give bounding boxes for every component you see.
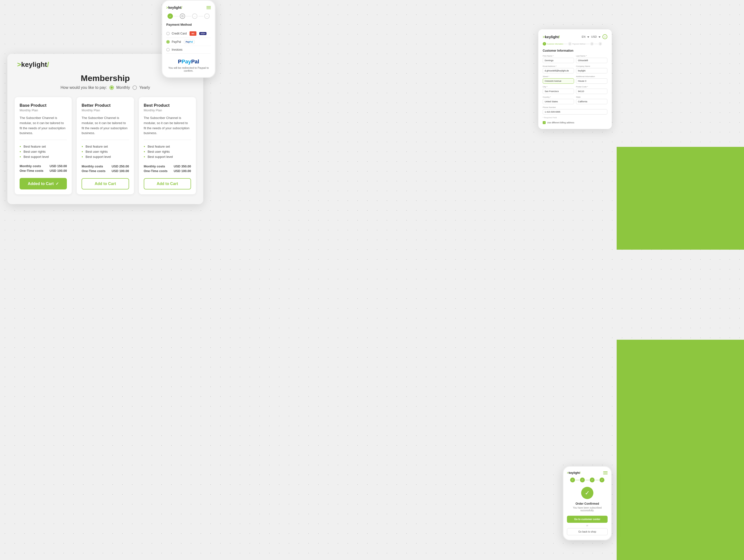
cs-line-2 xyxy=(586,44,590,44)
paypal-p2: Pay xyxy=(182,58,191,65)
first-name-input[interactable] xyxy=(543,58,574,63)
checkout-steps: ✓ Customer Information 2 Payment Method … xyxy=(543,42,607,45)
confirm-logo: >keylight/ xyxy=(567,471,581,475)
hamburger-line-1 xyxy=(207,6,211,7)
hamburger-menu-icon[interactable] xyxy=(207,6,211,9)
state-label: State xyxy=(576,96,607,98)
onetime-cost-value-better: USD 100.00 xyxy=(112,169,129,173)
phone-input[interactable] xyxy=(543,109,607,115)
city-input[interactable] xyxy=(543,89,574,94)
payment-method-title: Payment Method xyxy=(166,23,211,27)
last-name-label: Last Name * xyxy=(576,55,607,57)
confirm-steps: ✓ ✓ ✓ ✓ xyxy=(567,478,607,482)
plan-card-base: Base Product Monthly Plan The Subscriber… xyxy=(15,97,72,194)
plan-name-base: Base Product xyxy=(20,103,67,108)
plan-features-base: Best feature set Best user rights Best s… xyxy=(20,144,67,159)
checkout-lang[interactable]: EN xyxy=(582,35,589,38)
plan-name-better: Better Product xyxy=(81,103,129,108)
monthly-cost-row-better: Monthly costs USD 250.00 xyxy=(81,164,129,168)
logo-slash: / xyxy=(47,61,49,68)
credit-card-label: Credit Card xyxy=(172,32,187,35)
add-to-cart-button-better[interactable]: Add to Cart xyxy=(81,178,129,190)
credit-card-option[interactable]: Credit Card MC VISA xyxy=(166,29,211,38)
plan-type-better: Monthly Plan xyxy=(81,109,129,112)
monthly-radio[interactable] xyxy=(109,85,114,90)
hamburger-line-2 xyxy=(207,7,211,8)
add-to-cart-label-best: Add to Cart xyxy=(157,182,178,186)
cs-line-1 xyxy=(564,44,568,44)
confirm-title: Order Confirmed xyxy=(567,502,607,506)
phone-logo-arrow: > xyxy=(166,6,168,9)
green-accent-bottom xyxy=(617,340,744,560)
checkout-currency[interactable]: USD xyxy=(591,35,600,38)
feature-better-2: Best user rights xyxy=(81,149,129,154)
plan-card-best: Best Product Monthly Plan The Subscriber… xyxy=(139,97,196,194)
go-back-to-shop-button[interactable]: Go back to shop xyxy=(567,528,607,535)
onetime-cost-row-best: One-Time costs USD 100.00 xyxy=(144,169,191,173)
checkout-currency-chevron xyxy=(599,36,600,38)
confirm-icon-wrap: ✓ xyxy=(567,487,607,499)
phone-row: Phone Number xyxy=(543,106,607,115)
first-name-field: First Name * xyxy=(543,55,574,63)
paypal-option[interactable]: PayPal PayPal xyxy=(166,38,211,46)
invoices-radio[interactable] xyxy=(166,48,170,51)
checkout-logo-arrow: > xyxy=(543,35,545,39)
phone-payment-header: >keylight/ xyxy=(166,6,211,9)
country-label: Country * xyxy=(543,96,574,98)
city-field: City * xyxy=(543,86,574,94)
invoices-option[interactable]: Invoices xyxy=(166,46,211,53)
cs-step-1-label: Customer Information xyxy=(547,43,563,45)
main-logo: >keylight/ xyxy=(17,61,49,69)
company-input[interactable] xyxy=(576,68,607,73)
paypal-redirect-section: PPayPal You will be redirected to Paypal… xyxy=(166,58,211,72)
step-2-icon xyxy=(181,15,184,17)
plan-card-better: Better Product Monthly Plan The Subscrib… xyxy=(77,97,134,194)
billing-checkbox-row: ✓ Use different billing address xyxy=(543,121,607,124)
paypal-radio[interactable] xyxy=(166,40,170,44)
confirm-step-line-3 xyxy=(595,480,599,480)
checkout-lang-chevron xyxy=(587,36,589,38)
billing-checkbox[interactable]: ✓ xyxy=(543,121,546,124)
onetime-cost-label-base: One-Time costs xyxy=(20,169,43,172)
paypal-p1: P xyxy=(178,58,182,65)
required-note: * Required Field xyxy=(543,117,607,119)
street-label: Street * xyxy=(543,75,574,78)
go-to-customer-center-button[interactable]: Go to customer center xyxy=(567,516,607,523)
hamburger-line-3 xyxy=(207,8,211,9)
added-to-cart-button[interactable]: Added to Cart ✓ xyxy=(20,178,67,190)
country-select[interactable]: United States xyxy=(543,99,574,104)
user-account-icon[interactable]: ☺ xyxy=(602,34,607,39)
billing-checkbox-label: Use different billing address xyxy=(547,121,574,124)
phone-field: Phone Number xyxy=(543,106,607,115)
step-2-circle xyxy=(180,13,185,19)
email-input[interactable] xyxy=(543,68,574,73)
plan-costs-better: Monthly costs USD 250.00 One-Time costs … xyxy=(81,164,129,174)
invoices-label: Invoices xyxy=(172,48,182,51)
add-to-cart-button-best[interactable]: Add to Cart xyxy=(144,178,191,190)
confirm-header: >keylight/ xyxy=(567,471,607,475)
payment-toggle: How would you like to pay: Monthly Yearl… xyxy=(7,85,203,90)
plan-costs-base: Monthly costs USD 150.00 One-Time costs … xyxy=(20,164,67,173)
onetime-cost-value-base: USD 100.00 xyxy=(50,169,67,172)
confirm-logo-slash: / xyxy=(580,471,581,475)
postal-input[interactable] xyxy=(576,89,607,94)
cs-step-4: 4 xyxy=(599,42,602,45)
confirm-hamburger-line-1 xyxy=(603,471,607,472)
go-back-label: Go back to shop xyxy=(579,530,596,533)
last-name-input[interactable] xyxy=(576,58,607,63)
additional-input[interactable] xyxy=(576,78,607,84)
credit-card-radio[interactable] xyxy=(166,32,170,35)
onetime-cost-row-better: One-Time costs USD 100.00 xyxy=(81,169,129,173)
confirm-step-4: ✓ xyxy=(599,478,604,482)
mastercard-icon: MC xyxy=(190,31,196,36)
yearly-radio[interactable] xyxy=(133,85,137,90)
street-input[interactable] xyxy=(543,78,574,84)
onetime-cost-row-base: One-Time costs USD 100.00 xyxy=(20,169,67,172)
confirm-step-3: ✓ xyxy=(590,478,595,482)
plan-features-best: Best feature set Best user rights Best s… xyxy=(144,144,191,160)
checkout-header: >keylight/ EN USD ☺ xyxy=(543,34,607,39)
confirm-hamburger-icon[interactable] xyxy=(603,471,607,474)
state-select[interactable]: California xyxy=(576,99,607,104)
postal-field: Postal Code * xyxy=(576,86,607,94)
phone-payment-logo: >keylight/ xyxy=(166,6,182,9)
